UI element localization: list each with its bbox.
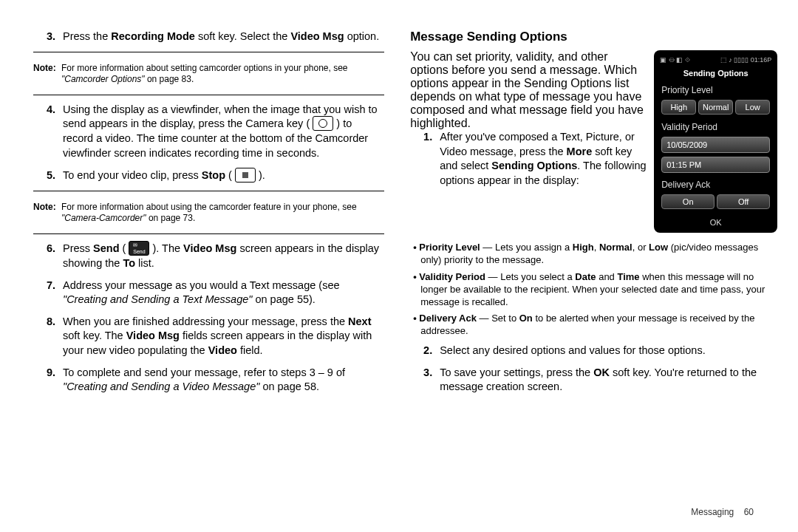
note-1: Note: For more information about setting… <box>33 60 384 89</box>
camera-icon <box>313 116 333 131</box>
r-step-3: 3. To save your settings, press the OK s… <box>410 366 776 395</box>
bullet-validity: Validity Period — Lets you select a Date… <box>410 271 776 309</box>
phone-date-field[interactable]: 10/05/2009 <box>661 137 770 153</box>
send-icon: ✉Send <box>129 241 149 256</box>
step-5: 5. To end your video clip, press Stop ( … <box>33 168 384 183</box>
option-bullets: Priority Level — Lets you assign a High,… <box>410 242 776 338</box>
delivery-on-button[interactable]: On <box>661 194 715 209</box>
phone-validity-label: Validity Period <box>658 119 773 135</box>
bullet-priority: Priority Level — Lets you assign a High,… <box>410 242 776 267</box>
page-footer: Messaging 60 <box>691 507 754 517</box>
step-8: 8. When you are finished addressing your… <box>33 315 384 358</box>
step-7: 7. Address your message as you would a T… <box>33 279 384 307</box>
step-4: 4. Using the display as a viewfinder, wh… <box>33 103 384 161</box>
phone-screenshot: ▣ ⦵ ◧ ⟐ ⬚ ♪ ▯▯▯▯ 01:16P Sending Options … <box>654 50 776 233</box>
r-step-2: 2. Select any desired options and values… <box>410 344 776 358</box>
phone-delivery-label: Delivery Ack <box>658 177 773 193</box>
note-2: Note: For more information about using t… <box>33 199 384 228</box>
priority-high-button[interactable]: High <box>661 100 696 115</box>
phone-delivery-segment: On Off <box>658 193 773 214</box>
step-3: 3. Press the Recording Mode soft key. Se… <box>33 30 384 44</box>
right-column: Message Sending Options ▣ ⦵ ◧ ⟐ ⬚ ♪ ▯▯▯▯… <box>410 30 776 517</box>
heading-sending-options: Message Sending Options <box>410 30 776 44</box>
divider <box>33 52 384 52</box>
step-9: 9. To complete and send your message, re… <box>33 366 384 395</box>
phone-status-bar: ▣ ⦵ ◧ ⟐ ⬚ ♪ ▯▯▯▯ 01:16P <box>658 55 773 67</box>
bullet-delivery: Delivery Ack — Set to On to be alerted w… <box>410 313 776 338</box>
phone-ok-softkey[interactable]: OK <box>658 214 773 228</box>
stop-icon <box>235 168 256 183</box>
divider <box>33 233 384 234</box>
delivery-off-button[interactable]: Off <box>717 194 770 209</box>
divider <box>33 95 384 95</box>
step-6: 6. Press Send ( ✉Send ). The Video Msg s… <box>33 242 384 271</box>
phone-time-field[interactable]: 01:15 PM <box>661 157 770 173</box>
priority-normal-button[interactable]: Normal <box>698 100 733 115</box>
phone-title: Sending Options <box>658 67 773 82</box>
divider <box>33 191 384 191</box>
priority-low-button[interactable]: Low <box>735 100 770 115</box>
left-column: 3. Press the Recording Mode soft key. Se… <box>33 30 384 517</box>
r-step-1: 1. After you've composed a Text, Picture… <box>410 130 647 188</box>
phone-priority-label: Priority Level <box>658 82 773 98</box>
phone-priority-segment: High Normal Low <box>658 98 773 119</box>
